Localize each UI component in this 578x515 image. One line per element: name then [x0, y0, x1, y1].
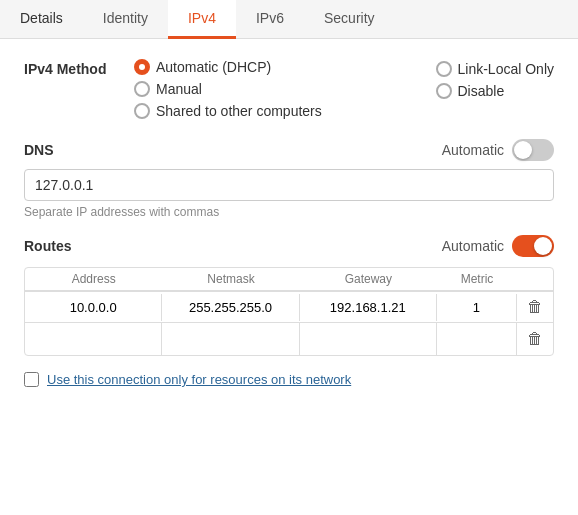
route-address-2[interactable] — [25, 323, 162, 355]
table-row: 🗑 — [25, 291, 553, 322]
dns-header: DNS Automatic — [24, 139, 554, 161]
tab-bar: Details Identity IPv4 IPv6 Security — [0, 0, 578, 39]
tab-details[interactable]: Details — [0, 0, 83, 39]
route-gateway-input-1[interactable] — [308, 300, 428, 315]
route-delete-2: 🗑 — [517, 324, 553, 354]
table-row: 🗑 — [25, 322, 553, 355]
routes-header: Routes Automatic — [24, 235, 554, 257]
route-netmask-input-1[interactable] — [170, 300, 290, 315]
route-gateway-1[interactable] — [300, 294, 437, 321]
route-netmask-2[interactable] — [162, 323, 299, 355]
routes-section: Routes Automatic Address Netmask Gateway… — [24, 235, 554, 356]
col-actions — [517, 268, 553, 290]
routes-table: Address Netmask Gateway Metric — [24, 267, 554, 356]
dns-toggle-knob — [514, 141, 532, 159]
radio-label-link-local: Link-Local Only — [458, 61, 555, 77]
route-netmask-input-2[interactable] — [170, 329, 290, 344]
radio-manual: Manual — [134, 81, 416, 97]
ipv4-method-section: IPv4 Method Automatic (DHCP) Manual Shar… — [24, 59, 554, 119]
route-address-1[interactable] — [25, 294, 162, 321]
route-address-input-2[interactable] — [33, 329, 153, 344]
content-area: IPv4 Method Automatic (DHCP) Manual Shar… — [0, 39, 578, 515]
radio-label-disable: Disable — [458, 83, 505, 99]
tab-ipv4[interactable]: IPv4 — [168, 0, 236, 39]
checkbox-row: Use this connection only for resources o… — [24, 372, 554, 387]
radio-input-link-local[interactable] — [436, 61, 452, 77]
routes-label: Routes — [24, 238, 71, 254]
tab-security[interactable]: Security — [304, 0, 395, 39]
tab-ipv6[interactable]: IPv6 — [236, 0, 304, 39]
dns-input[interactable] — [24, 169, 554, 201]
routes-toggle[interactable] — [512, 235, 554, 257]
radio-input-automatic-dhcp[interactable] — [134, 59, 150, 75]
route-gateway-input-2[interactable] — [308, 329, 428, 344]
dns-toggle[interactable] — [512, 139, 554, 161]
ipv4-method-options-left: Automatic (DHCP) Manual Shared to other … — [134, 59, 416, 119]
tab-identity[interactable]: Identity — [83, 0, 168, 39]
dns-section: DNS Automatic Separate IP addresses with… — [24, 139, 554, 219]
radio-input-manual[interactable] — [134, 81, 150, 97]
route-gateway-2[interactable] — [300, 323, 437, 355]
window: Details Identity IPv4 IPv6 Security IPv4… — [0, 0, 578, 515]
routes-col-headers: Address Netmask Gateway Metric — [25, 268, 553, 291]
route-delete-1: 🗑 — [517, 292, 553, 322]
col-metric: Metric — [437, 268, 517, 290]
routes-toggle-label: Automatic — [442, 238, 504, 254]
col-address: Address — [25, 268, 162, 290]
route-metric-input-1[interactable] — [445, 300, 508, 315]
route-metric-2[interactable] — [437, 323, 517, 355]
dns-label: DNS — [24, 142, 54, 158]
radio-label-automatic-dhcp: Automatic (DHCP) — [156, 59, 271, 75]
route-address-input-1[interactable] — [33, 300, 153, 315]
route-metric-1[interactable] — [437, 294, 517, 321]
checkbox-label[interactable]: Use this connection only for resources o… — [47, 372, 351, 387]
col-gateway: Gateway — [300, 268, 437, 290]
delete-route-button-1[interactable]: 🗑 — [523, 296, 547, 318]
radio-label-shared: Shared to other computers — [156, 103, 322, 119]
radio-input-shared[interactable] — [134, 103, 150, 119]
dns-toggle-label: Automatic — [442, 142, 504, 158]
route-metric-input-2[interactable] — [445, 329, 508, 344]
routes-toggle-row: Automatic — [442, 235, 554, 257]
route-netmask-1[interactable] — [162, 294, 299, 321]
radio-automatic-dhcp: Automatic (DHCP) — [134, 59, 416, 75]
dns-toggle-row: Automatic — [442, 139, 554, 161]
radio-input-disable[interactable] — [436, 83, 452, 99]
radio-disable: Disable — [436, 83, 555, 99]
ipv4-method-options-right: Link-Local Only Disable — [436, 59, 555, 99]
delete-route-button-2[interactable]: 🗑 — [523, 328, 547, 350]
col-netmask: Netmask — [162, 268, 299, 290]
ipv4-method-label: IPv4 Method — [24, 59, 134, 77]
radio-link-local: Link-Local Only — [436, 61, 555, 77]
routes-toggle-knob — [534, 237, 552, 255]
radio-label-manual: Manual — [156, 81, 202, 97]
resources-checkbox[interactable] — [24, 372, 39, 387]
radio-shared: Shared to other computers — [134, 103, 416, 119]
dns-hint: Separate IP addresses with commas — [24, 205, 554, 219]
